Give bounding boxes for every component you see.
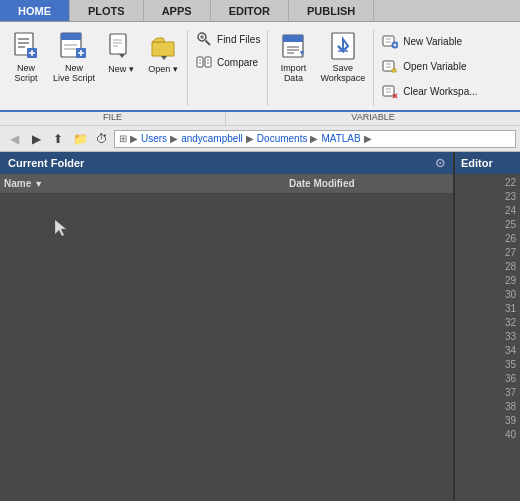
line-number: 26: [459, 232, 516, 246]
line-number: 23: [459, 190, 516, 204]
save-workspace-icon: [327, 30, 359, 62]
open-variable-icon: [381, 57, 399, 75]
line-number: 36: [459, 372, 516, 386]
svg-rect-25: [205, 57, 211, 67]
cursor: [55, 220, 61, 230]
find-files-label: Find Files: [217, 34, 260, 45]
open-icon: [147, 30, 179, 62]
compare-label: Compare: [217, 57, 258, 68]
editor-panel: Editor 222324252627282930313233343536373…: [455, 152, 520, 501]
back-button[interactable]: ◀: [4, 129, 24, 149]
tab-apps[interactable]: APPS: [144, 0, 211, 21]
svg-rect-31: [283, 35, 303, 42]
main-area: Current Folder ⊙ Name ▼ Date Modified Ed…: [0, 152, 520, 501]
divider-2: [267, 30, 268, 106]
folder-content: [0, 194, 453, 501]
line-number: 39: [459, 414, 516, 428]
new-variable-icon: [381, 32, 399, 50]
tab-editor[interactable]: EDITOR: [211, 0, 289, 21]
line-number: 40: [459, 428, 516, 442]
svg-marker-54: [55, 220, 66, 236]
line-number: 29: [459, 274, 516, 288]
new-variable-button[interactable]: New Variable: [377, 30, 481, 52]
svg-rect-49: [383, 86, 394, 96]
svg-rect-24: [197, 57, 203, 67]
name-column-header[interactable]: Name ▼: [4, 178, 289, 189]
save-workspace-label: SaveWorkspace: [320, 64, 365, 84]
line-number: 24: [459, 204, 516, 218]
svg-rect-14: [110, 34, 126, 54]
editor-header: Editor: [455, 152, 520, 174]
toolbar: ◀ ▶ ⬆ 📁 ⏱ ⊞ ▶ Users ▶ andycampbell ▶ Doc…: [0, 126, 520, 152]
line-number: 34: [459, 344, 516, 358]
folder-columns: Name ▼ Date Modified: [0, 174, 453, 194]
new-label: New ▾: [108, 64, 134, 75]
address-user[interactable]: andycampbell: [181, 133, 243, 144]
new-script-label: NewScript: [14, 64, 37, 84]
file-group-label: FILE: [0, 112, 226, 125]
clear-workspace-button[interactable]: Clear Workspa...: [377, 80, 481, 102]
import-data-button[interactable]: ImportData: [271, 26, 315, 88]
line-number: 30: [459, 288, 516, 302]
line-number: 28: [459, 260, 516, 274]
address-matlab[interactable]: MATLAB: [321, 133, 360, 144]
history-button[interactable]: ⏱: [92, 129, 112, 149]
open-button[interactable]: Open ▾: [142, 26, 184, 79]
svg-rect-8: [61, 33, 81, 40]
line-numbers: 22232425262728293031323334353637383940: [455, 174, 520, 444]
clear-workspace-icon: [381, 82, 399, 100]
compare-icon: [195, 53, 213, 71]
save-workspace-button[interactable]: SaveWorkspace: [315, 26, 370, 88]
clear-workspace-label: Clear Workspa...: [403, 86, 477, 97]
svg-marker-18: [119, 54, 125, 58]
new-variable-label: New Variable: [403, 36, 462, 47]
new-live-script-icon: [58, 30, 90, 62]
variable-group-label: VARIABLE: [226, 112, 520, 125]
find-files-icon: [195, 30, 213, 48]
find-files-button[interactable]: Find Files: [191, 28, 264, 50]
open-variable-label: Open Variable: [403, 61, 466, 72]
svg-line-21: [206, 41, 211, 46]
folder-panel-expand[interactable]: ⊙: [435, 156, 445, 170]
new-script-button[interactable]: NewScript: [4, 26, 48, 88]
compare-button[interactable]: Compare: [191, 51, 264, 73]
editor-title: Editor: [461, 157, 493, 169]
folder-panel: Current Folder ⊙ Name ▼ Date Modified: [0, 152, 455, 501]
date-column-header[interactable]: Date Modified: [289, 178, 449, 189]
import-data-icon: [277, 30, 309, 62]
address-root: ⊞: [119, 133, 127, 144]
address-bar[interactable]: ⊞ ▶ Users ▶ andycampbell ▶ Documents ▶ M…: [114, 130, 516, 148]
new-script-icon: [10, 30, 42, 62]
line-number: 32: [459, 316, 516, 330]
new-live-script-button[interactable]: NewLive Script: [48, 26, 100, 88]
open-label: Open ▾: [148, 64, 178, 75]
folder-panel-header: Current Folder ⊙: [0, 152, 453, 174]
line-number: 22: [459, 176, 516, 190]
folder-panel-title: Current Folder: [8, 157, 84, 169]
line-number: 38: [459, 400, 516, 414]
svg-marker-19: [161, 56, 167, 60]
import-data-label: ImportData: [281, 64, 307, 84]
new-live-script-label: NewLive Script: [53, 64, 95, 84]
tab-home[interactable]: HOME: [0, 0, 70, 21]
line-number: 27: [459, 246, 516, 260]
file-tools-col: Find Files Compare: [191, 26, 264, 73]
tab-bar: HOME PLOTS APPS EDITOR PUBLISH: [0, 0, 520, 22]
line-number: 33: [459, 330, 516, 344]
forward-button[interactable]: ▶: [26, 129, 46, 149]
address-documents[interactable]: Documents: [257, 133, 308, 144]
line-number: 25: [459, 218, 516, 232]
open-variable-button[interactable]: Open Variable: [377, 55, 481, 77]
variable-col: New Variable Open Variable: [377, 26, 481, 102]
tab-plots[interactable]: PLOTS: [70, 0, 144, 21]
line-number: 37: [459, 386, 516, 400]
new-button[interactable]: New ▾: [100, 26, 142, 79]
address-users[interactable]: Users: [141, 133, 167, 144]
up-button[interactable]: ⬆: [48, 129, 68, 149]
line-number: 35: [459, 358, 516, 372]
tab-publish[interactable]: PUBLISH: [289, 0, 374, 21]
new-icon: [105, 30, 137, 62]
divider-1: [187, 30, 188, 106]
browse-button[interactable]: 📁: [70, 129, 90, 149]
line-number: 31: [459, 302, 516, 316]
